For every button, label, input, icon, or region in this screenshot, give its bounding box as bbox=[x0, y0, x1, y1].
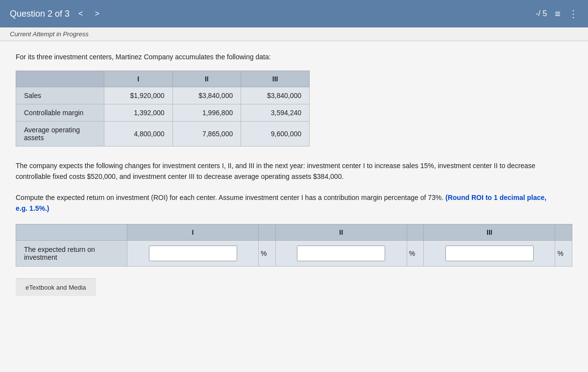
top-bar: Question 2 of 3 < > -/ 5 ≡ ⋮ bbox=[0, 0, 588, 27]
compute-plain: Compute the expected return on investmen… bbox=[16, 194, 443, 201]
roi-input-2[interactable] bbox=[297, 246, 385, 261]
row-assets-col3: 9,600,000 bbox=[241, 122, 310, 147]
answer-header-pct1 bbox=[259, 224, 276, 240]
table-header-empty bbox=[16, 71, 104, 87]
answer-header-col1: I bbox=[127, 224, 258, 240]
score-text: -/ 5 bbox=[536, 9, 547, 18]
row-margin-col3: 3,594,240 bbox=[241, 104, 310, 122]
answer-input-cell2[interactable] bbox=[275, 240, 407, 266]
table-row: Average operating assets 4,800,000 7,865… bbox=[16, 122, 310, 147]
answer-header-pct2 bbox=[407, 224, 424, 240]
data-table: I II III Sales $1,920,000 $3,840,000 $3,… bbox=[16, 71, 310, 147]
etextbook-bar[interactable]: eTextbook and Media bbox=[16, 278, 96, 296]
row-label-assets: Average operating assets bbox=[16, 122, 104, 147]
list-icon[interactable]: ≡ bbox=[555, 8, 561, 20]
pct-label-3: % bbox=[555, 240, 572, 266]
roi-input-3[interactable] bbox=[445, 246, 534, 261]
description-text: The company expects the following change… bbox=[16, 160, 555, 182]
next-arrow[interactable]: > bbox=[92, 8, 102, 19]
current-attempt-bar: Current Attempt in Progress bbox=[0, 27, 588, 41]
answer-input-cell3[interactable] bbox=[424, 240, 555, 266]
row-label-sales: Sales bbox=[16, 87, 104, 104]
app-container: Question 2 of 3 < > -/ 5 ≡ ⋮ Current Att… bbox=[0, 0, 588, 372]
more-icon[interactable]: ⋮ bbox=[568, 8, 578, 20]
etextbook-label: eTextbook and Media bbox=[25, 284, 86, 291]
intro-text: For its three investment centers, Martin… bbox=[16, 53, 572, 61]
table-header-col1: I bbox=[104, 71, 172, 87]
top-bar-left: Question 2 of 3 < > bbox=[10, 8, 102, 19]
pct-label-1: % bbox=[259, 240, 276, 266]
answer-input-cell1[interactable] bbox=[127, 240, 258, 266]
top-bar-right: -/ 5 ≡ ⋮ bbox=[536, 8, 578, 20]
table-header-col2: II bbox=[172, 71, 241, 87]
row-sales-col3: $3,840,000 bbox=[241, 87, 310, 104]
answer-table: I II III The expected return oninvestmen… bbox=[16, 224, 572, 267]
question-title: Question 2 of 3 bbox=[10, 9, 70, 19]
answer-row: The expected return oninvestment % % bbox=[16, 240, 572, 266]
answer-row-label: The expected return oninvestment bbox=[16, 240, 127, 266]
content-area: For its three investment centers, Martin… bbox=[0, 41, 588, 372]
table-header-col3: III bbox=[241, 71, 310, 87]
row-sales-col2: $3,840,000 bbox=[172, 87, 241, 104]
row-assets-col1: 4,800,000 bbox=[104, 122, 172, 147]
row-margin-col2: 1,996,800 bbox=[172, 104, 241, 122]
row-sales-col1: $1,920,000 bbox=[104, 87, 172, 104]
row-label-margin: Controllable margin bbox=[16, 104, 104, 122]
row-assets-col2: 7,865,000 bbox=[172, 122, 241, 147]
compute-text: Compute the expected return on investmen… bbox=[16, 192, 555, 214]
answer-header-pct3 bbox=[555, 224, 572, 240]
table-row: Sales $1,920,000 $3,840,000 $3,840,000 bbox=[16, 87, 310, 104]
table-row: Controllable margin 1,392,000 1,996,800 … bbox=[16, 104, 310, 122]
row-margin-col1: 1,392,000 bbox=[104, 104, 172, 122]
answer-header-col2: II bbox=[275, 224, 407, 240]
answer-header-empty bbox=[16, 224, 127, 240]
answer-header-col3: III bbox=[424, 224, 555, 240]
roi-input-1[interactable] bbox=[149, 246, 237, 261]
pct-label-2: % bbox=[407, 240, 424, 266]
current-attempt-text: Current Attempt in Progress bbox=[10, 30, 89, 38]
prev-arrow[interactable]: < bbox=[75, 8, 86, 19]
